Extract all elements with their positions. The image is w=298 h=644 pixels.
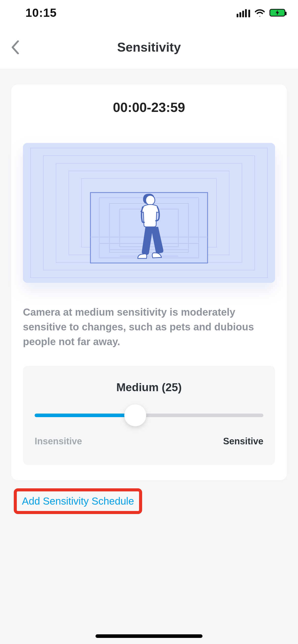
- slider-labels: Insensitive Sensitive: [35, 436, 263, 447]
- slider-min-label: Insensitive: [35, 436, 82, 447]
- slider-box: Medium (25) Insensitive Sensitive: [23, 366, 275, 465]
- wifi-icon: [255, 9, 265, 17]
- time-range: 00:00-23:59: [23, 100, 275, 115]
- battery-charging-icon: [269, 9, 285, 17]
- back-button[interactable]: [8, 40, 23, 55]
- sensitivity-slider[interactable]: [35, 406, 263, 424]
- sensitivity-illustration: [23, 143, 275, 283]
- add-sensitivity-schedule-link[interactable]: Add Sensitivity Schedule: [22, 495, 134, 507]
- slider-max-label: Sensitive: [223, 436, 263, 447]
- screen: 10:15 ! Sensi: [0, 0, 298, 644]
- cellular-icon: !: [237, 8, 250, 17]
- sensitivity-card: 00:00-23:59: [11, 84, 287, 480]
- slider-value-label: Medium (25): [35, 381, 263, 394]
- illustration-wrap: [23, 143, 275, 283]
- slider-thumb[interactable]: [124, 404, 146, 426]
- page-title: Sensitivity: [117, 40, 181, 55]
- status-bar: 10:15 !: [0, 0, 298, 25]
- add-schedule-wrap: Add Sensitivity Schedule: [11, 488, 287, 514]
- content: 00:00-23:59: [0, 69, 298, 514]
- highlight-box: Add Sensitivity Schedule: [14, 488, 142, 514]
- sensitivity-description: Camera at medium sensitivity is moderate…: [23, 305, 275, 349]
- svg-point-14: [146, 195, 155, 205]
- status-time: 10:15: [25, 6, 57, 20]
- slider-fill: [35, 414, 135, 417]
- status-icons: !: [237, 8, 285, 17]
- home-indicator[interactable]: [96, 634, 202, 638]
- nav-bar: Sensitivity: [0, 25, 298, 69]
